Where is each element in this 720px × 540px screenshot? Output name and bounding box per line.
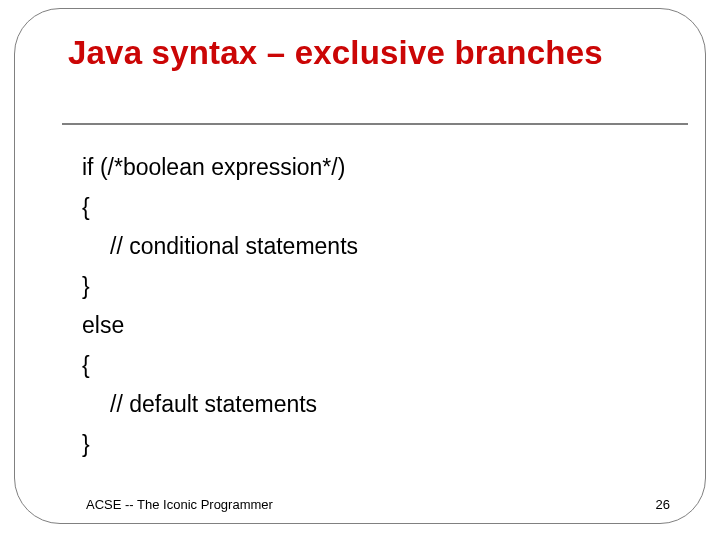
code-line: } (82, 425, 660, 465)
code-line: { (82, 346, 660, 386)
code-line: else (82, 306, 660, 346)
page-number: 26 (656, 497, 670, 512)
slide-title: Java syntax – exclusive branches (68, 34, 660, 73)
code-block: if (/*boolean expression*/) { // conditi… (82, 148, 660, 464)
code-line: { (82, 188, 660, 228)
code-line: } (82, 267, 660, 307)
title-rule (62, 123, 688, 125)
code-line: // conditional statements (82, 227, 660, 267)
footer-text: ACSE -- The Iconic Programmer (86, 497, 273, 512)
code-line: if (/*boolean expression*/) (82, 148, 660, 188)
slide: Java syntax – exclusive branches if (/*b… (0, 0, 720, 540)
code-line: // default statements (82, 385, 660, 425)
